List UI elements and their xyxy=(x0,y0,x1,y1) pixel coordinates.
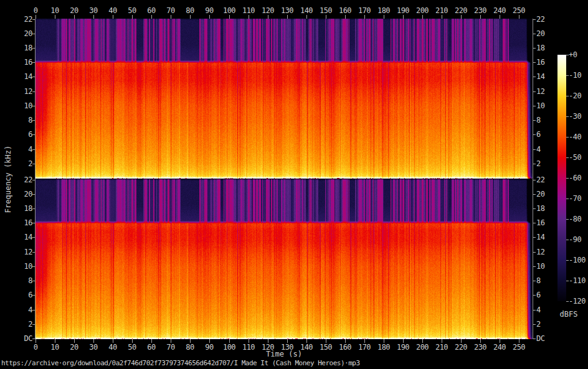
freq-tick-label: 16 xyxy=(536,58,555,67)
freq-tick xyxy=(32,77,35,77)
time-tick xyxy=(442,15,442,19)
time-tick-label: 190 xyxy=(394,6,412,15)
freq-tick-label: 8 xyxy=(15,276,32,285)
time-tick xyxy=(326,15,326,19)
left-axis-line xyxy=(35,19,36,339)
time-tick xyxy=(93,15,94,19)
time-tick-label: 20 xyxy=(65,6,83,15)
time-tick xyxy=(151,15,152,19)
colorbar-gradient xyxy=(557,55,566,301)
freq-tick-label: 8 xyxy=(15,116,32,124)
time-tick-label: 150 xyxy=(316,6,335,15)
freq-tick-label: 12 xyxy=(536,248,555,256)
time-tick-label: 160 xyxy=(336,343,354,352)
freq-tick xyxy=(32,237,35,238)
time-tick-label: 0 xyxy=(26,6,45,15)
freq-tick-label: 22 xyxy=(536,175,555,184)
freq-tick-label: 4 xyxy=(15,306,32,314)
time-tick-label: 50 xyxy=(123,343,141,352)
freq-tick-label: 10 xyxy=(15,101,32,110)
freq-tick-label: 6 xyxy=(536,130,555,139)
freq-tick-label: 4 xyxy=(536,145,555,154)
freq-tick xyxy=(533,62,536,63)
time-tick-label: 110 xyxy=(239,6,258,15)
time-tick xyxy=(500,15,500,19)
time-tick xyxy=(403,15,404,19)
freq-tick xyxy=(32,91,35,92)
time-tick-label: 220 xyxy=(452,6,470,15)
freq-tick xyxy=(533,252,536,253)
freq-tick-label: 18 xyxy=(536,204,555,213)
time-tick-label: 160 xyxy=(336,6,354,15)
freq-tick-label: DC xyxy=(536,334,555,343)
freq-tick-label: 20 xyxy=(536,29,555,38)
freq-tick xyxy=(32,194,35,195)
freq-tick xyxy=(533,180,536,180)
time-tick xyxy=(113,15,113,19)
freq-tick-label: 14 xyxy=(536,233,555,241)
time-tick-label: 50 xyxy=(123,6,141,15)
time-tick-label: 140 xyxy=(297,6,316,15)
time-tick-label: 240 xyxy=(490,6,509,15)
freq-tick-label: 12 xyxy=(15,87,32,96)
freq-tick-label: 12 xyxy=(15,248,32,256)
freq-tick-label: 14 xyxy=(15,72,32,81)
time-tick xyxy=(132,15,133,19)
freq-tick-label: 18 xyxy=(15,204,32,213)
freq-tick-label: 10 xyxy=(536,101,555,110)
freq-tick xyxy=(32,134,35,135)
freq-tick-label: 18 xyxy=(15,44,32,52)
time-tick-label: 10 xyxy=(45,343,64,352)
freq-tick-label: 6 xyxy=(15,130,32,139)
freq-tick xyxy=(533,149,536,150)
freq-tick-label: 20 xyxy=(536,190,555,199)
freq-tick xyxy=(533,48,536,49)
freq-tick xyxy=(32,164,35,164)
time-tick-label: 80 xyxy=(181,343,199,352)
time-tick-label: 80 xyxy=(181,6,199,15)
time-tick-label: 40 xyxy=(103,343,122,352)
colorbar-tick-label: -100 xyxy=(569,256,588,264)
freq-tick-label: 16 xyxy=(15,58,32,67)
freq-tick xyxy=(32,339,35,339)
time-tick xyxy=(249,15,249,19)
freq-tick xyxy=(533,164,536,164)
freq-tick xyxy=(32,106,35,106)
freq-tick xyxy=(533,310,536,311)
freq-tick-label: 20 xyxy=(15,190,32,199)
time-tick-label: 120 xyxy=(258,6,277,15)
colorbar-tick-label: -30 xyxy=(569,112,588,121)
time-tick xyxy=(461,15,462,19)
spectrogram-channel-1-canvas xyxy=(36,19,533,179)
freq-tick-label: 10 xyxy=(536,262,555,271)
time-tick-label: 100 xyxy=(220,6,239,15)
time-tick-label: 190 xyxy=(394,343,412,352)
time-tick-label: 250 xyxy=(510,6,528,15)
freq-tick xyxy=(32,180,35,180)
freq-tick xyxy=(32,252,35,253)
time-tick xyxy=(345,15,346,19)
freq-tick-label: 6 xyxy=(536,291,555,299)
y-axis-title: Frequency (kHz) xyxy=(4,146,12,213)
time-tick-label: 210 xyxy=(432,6,451,15)
freq-tick-label: 4 xyxy=(536,306,555,314)
time-tick xyxy=(55,15,55,19)
freq-tick-label: 14 xyxy=(536,72,555,81)
time-tick-label: 70 xyxy=(161,343,180,352)
freq-tick xyxy=(32,34,35,34)
freq-tick xyxy=(32,324,35,325)
freq-tick xyxy=(533,120,536,121)
time-tick-label: 210 xyxy=(432,343,451,352)
freq-tick xyxy=(32,149,35,150)
colorbar-tick-label: -20 xyxy=(569,91,588,100)
freq-tick xyxy=(32,19,35,20)
time-tick-label: 20 xyxy=(65,343,83,352)
right-axis-line xyxy=(533,19,533,339)
freq-tick-label: 22 xyxy=(536,15,555,24)
time-tick xyxy=(268,15,268,19)
freq-tick xyxy=(533,19,536,20)
freq-tick xyxy=(533,134,536,135)
time-tick-label: 240 xyxy=(490,343,509,352)
freq-tick xyxy=(32,120,35,121)
freq-tick-label: 4 xyxy=(15,145,32,154)
